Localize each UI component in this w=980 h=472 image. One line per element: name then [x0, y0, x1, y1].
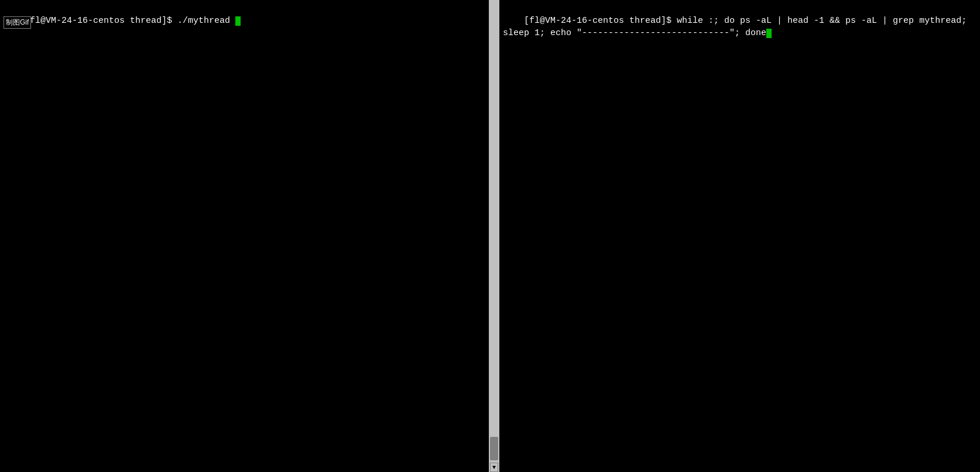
right-prompt-line: [fl@VM-24-16-centos thread]$ while :; do… [503, 2, 976, 52]
scrollbar-arrow-down[interactable]: ▼ [490, 463, 498, 472]
left-prompt-line: [fl@VM-24-16-centos thread]$ ./mythread [4, 2, 485, 39]
right-cursor [766, 29, 772, 38]
gif-badge: 制图Gif [4, 16, 31, 29]
scrollbar-thumb[interactable] [490, 437, 498, 460]
terminal-right[interactable]: [fl@VM-24-16-centos thread]$ while :; do… [499, 0, 980, 472]
left-cursor [235, 16, 241, 26]
scrollbar-divider[interactable]: ▼ [489, 0, 499, 472]
terminal-left[interactable]: [fl@VM-24-16-centos thread]$ ./mythread … [0, 0, 489, 472]
